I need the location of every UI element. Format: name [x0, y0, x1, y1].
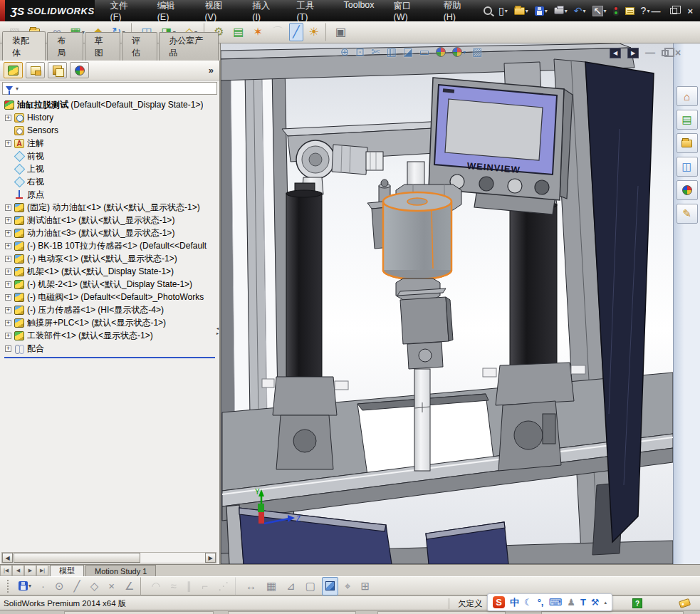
last-tab-button[interactable]: ▶| [36, 565, 48, 576]
assembly-root-item[interactable]: 油缸拉脱测试 (Default<Default_Display State-1>… [2, 98, 219, 111]
view-orientation-icon[interactable]: ▥ ▾ [387, 46, 397, 58]
soft-keyboard-icon[interactable]: ⌨ [548, 598, 562, 607]
tag-icon[interactable] [679, 598, 691, 608]
restore-button[interactable] [670, 8, 677, 14]
angle-snap-button[interactable]: ⊿ ▾ [283, 577, 299, 595]
tree-item[interactable]: + 动力油缸<3> (默认<默认_显示状态-1>) [2, 227, 219, 239]
expand-icon[interactable]: + [5, 204, 11, 211]
tree-item[interactable]: + 右视 [2, 175, 219, 188]
menu-item[interactable]: 插入(I) [252, 0, 277, 22]
instant3d-button[interactable]: ╱ ▾ [289, 23, 303, 41]
menu-item[interactable]: 工具(T) [296, 0, 324, 22]
tree-item[interactable]: + 触摸屏+PLC<1> (默认<显示状态-1>) [2, 316, 219, 329]
corner-relation-button[interactable]: ⌐ ▾ [198, 577, 211, 595]
expand-icon[interactable]: + [5, 281, 11, 288]
select-button[interactable]: ↖ ▾ [591, 5, 608, 17]
taskbar-button[interactable] [228, 611, 356, 614]
login-icon[interactable]: ♟ [567, 598, 575, 607]
trim-tool-button[interactable]: × ▾ [105, 577, 118, 595]
taskbar-button[interactable] [64, 611, 214, 614]
grid-button[interactable]: ▦ ▾ [263, 577, 280, 595]
configurationmanager-tab[interactable] [48, 62, 67, 78]
displaymanager-tab[interactable] [70, 62, 89, 78]
large-assembly-mode-button[interactable]: ☀ ▾ [305, 23, 326, 41]
undo-button[interactable]: ↶ ▾ [573, 5, 587, 16]
menu-item[interactable]: 窗口(W) [394, 0, 424, 22]
pane-left-button[interactable]: ◀ [610, 48, 621, 58]
graphics-area[interactable]: WEINVIEW [221, 43, 673, 564]
tree-item[interactable]: + 原点 [2, 188, 219, 201]
circle-tool-button[interactable]: ⊙ ▾ [51, 577, 68, 595]
tree-item[interactable]: + 上视 [2, 162, 219, 175]
help-button[interactable]: ? ▾ [639, 5, 652, 16]
taskbar-button[interactable] [541, 611, 684, 614]
view-settings-icon[interactable]: ▨ ▾ [472, 46, 482, 58]
tree-item[interactable]: + 前视 [2, 150, 219, 162]
tree-item[interactable]: + 工装部件<1> (默认<显示状态-1>) [2, 329, 219, 342]
command-tab[interactable]: 装配体 [2, 31, 46, 61]
expand-icon[interactable]: + [5, 230, 11, 236]
tree-item[interactable]: + Sensors [2, 124, 219, 137]
sogou-logo-icon[interactable]: S [493, 596, 505, 608]
expand-icon[interactable]: + [5, 333, 11, 339]
expand-icon[interactable]: + [5, 269, 11, 275]
menu-item[interactable]: 视图(V) [204, 0, 233, 22]
display-style-icon[interactable]: ◪ ▾ [403, 46, 413, 58]
command-tab[interactable]: 草图 [85, 32, 120, 61]
tree-filter-bar[interactable]: ▾ [2, 82, 217, 95]
expand-icon[interactable]: + [5, 115, 11, 121]
document-tab[interactable]: 模型 [50, 565, 84, 576]
panel-overflow-button[interactable]: » [209, 65, 216, 76]
save-button[interactable]: ▾ [15, 577, 35, 595]
bill-of-materials-button[interactable]: ▤ ▾ [229, 23, 247, 41]
options-button[interactable]: ▾ [612, 5, 620, 16]
apply-scene-icon[interactable]: ▾ [452, 47, 466, 57]
menu-item[interactable]: Toolbox [343, 0, 374, 22]
edit-appearance-icon[interactable]: ▾ [436, 47, 446, 57]
smart-dimension-button[interactable]: ↔ ▾ [242, 577, 260, 595]
tree-item[interactable]: + 配合 [2, 342, 219, 355]
punctuation-icon[interactable]: °, [538, 598, 544, 607]
table-button[interactable]: ⊞ ▾ [357, 577, 373, 595]
rollback-bar[interactable] [4, 357, 215, 358]
new-document-button[interactable]: ▯ ▾ [497, 5, 509, 16]
close-button[interactable]: × [687, 6, 693, 16]
prev-tab-button[interactable]: ◀ [12, 565, 24, 576]
minimize-button[interactable]: — [651, 6, 660, 16]
arc-tool-button[interactable]: ◠ ▾ [147, 577, 164, 595]
expand-icon[interactable]: + [5, 217, 11, 224]
point-snap-button[interactable]: ⋰ ▾ [214, 577, 236, 595]
line-tool-button[interactable]: ╱ ▾ [70, 577, 84, 595]
menu-item[interactable]: 编辑(E) [157, 0, 186, 22]
point-tool-button[interactable]: · ▾ [38, 577, 48, 595]
expand-icon[interactable]: + [5, 140, 11, 147]
expand-icon[interactable]: + [5, 243, 11, 249]
scroll-right-icon[interactable]: ▶ [205, 553, 216, 563]
first-tab-button[interactable]: |◀ [0, 565, 12, 576]
command-tab[interactable]: 办公室产品 [159, 32, 219, 61]
tree-item[interactable]: + History [2, 111, 219, 124]
tree-item[interactable]: + (固定) 动力油缸<1> (默认<默认_显示状态-1>) [2, 201, 219, 214]
tree-item[interactable]: + (-) 电动泵<1> (默认<默认_显示状态-1>) [2, 252, 219, 265]
angle-tool-button[interactable]: ∠ ▾ [121, 577, 141, 595]
taskbar-button[interactable] [377, 611, 506, 614]
command-tab[interactable]: 布局 [47, 32, 83, 61]
print-button[interactable]: ▾ [553, 6, 569, 15]
take-snapshot-button[interactable]: ▣ ▾ [332, 23, 350, 41]
hide-show-items-icon[interactable]: ▭ ▾ [419, 46, 429, 58]
expand-icon[interactable]: + [5, 320, 11, 326]
document-tab[interactable]: Motion Study 1 [85, 565, 156, 576]
appearances-scenes-button[interactable] [677, 180, 698, 200]
tree-item[interactable]: + (-) BK-1B 10T拉力传感器<1> (Default<<Defaul… [2, 239, 219, 252]
panel-horizontal-scrollbar[interactable]: ◀ ▶ [1, 552, 216, 563]
quick-tips-button[interactable]: ? [632, 598, 642, 608]
halfwidth-mode-icon[interactable]: ☾ [524, 598, 533, 607]
design-library-button[interactable]: ▤ [677, 110, 698, 130]
measure-button[interactable]: ⌖ ▾ [341, 577, 354, 595]
restore-doc-button[interactable] [662, 50, 669, 56]
chinese-mode-icon[interactable]: 中 [510, 598, 519, 607]
scrollbar-thumb[interactable] [14, 553, 140, 563]
close-doc-button[interactable]: × [675, 47, 681, 58]
menu-item[interactable]: 文件(F) [110, 0, 138, 22]
expand-icon[interactable]: + [5, 294, 11, 301]
